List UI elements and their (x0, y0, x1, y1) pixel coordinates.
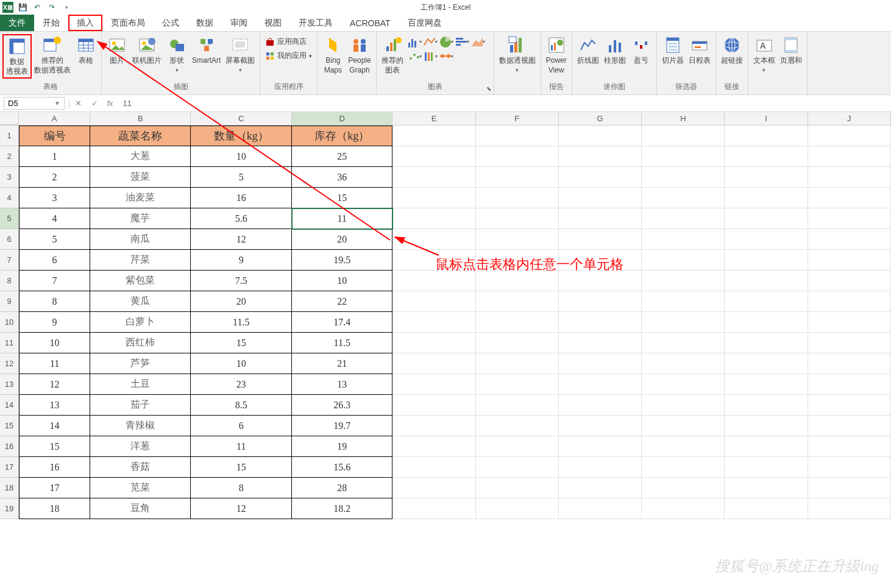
name-box[interactable]: D5 ▼ (4, 97, 65, 110)
cell-B14[interactable]: 茄子 (90, 395, 191, 416)
cell-J11[interactable] (808, 333, 891, 353)
cell-J14[interactable] (808, 395, 891, 416)
cell-B3[interactable]: 菠菜 (90, 167, 191, 188)
cell-G9[interactable] (559, 291, 642, 312)
cell-H8[interactable] (642, 271, 725, 291)
cell-I8[interactable] (725, 271, 808, 291)
row-header-1[interactable]: 1 (0, 126, 19, 146)
cell-E6[interactable] (392, 229, 475, 250)
tab-审阅[interactable]: 审阅 (222, 15, 256, 31)
cell-H12[interactable] (642, 353, 725, 374)
cell-F4[interactable] (476, 188, 559, 208)
cell-B9[interactable]: 黄瓜 (90, 291, 191, 312)
cell-J4[interactable] (808, 188, 891, 208)
cell-H3[interactable] (642, 167, 725, 188)
cell-I12[interactable] (725, 353, 808, 374)
cell-C8[interactable]: 7.5 (191, 271, 291, 291)
cell-B5[interactable]: 魔芋 (90, 208, 191, 229)
chart-type-6[interactable]: ▾ (422, 49, 438, 63)
qat-save-icon[interactable]: 💾 (17, 2, 28, 13)
cell-G14[interactable] (559, 395, 642, 416)
tab-数据[interactable]: 数据 (188, 15, 222, 31)
cell-D3[interactable]: 36 (292, 167, 392, 188)
cell-D13[interactable]: 13 (292, 374, 392, 395)
cell-G16[interactable] (559, 436, 642, 457)
recommended-pivot-button[interactable]: 推荐的 数据透视表 (32, 34, 73, 76)
cell-G11[interactable] (559, 333, 642, 353)
column-header-J[interactable]: J (808, 112, 891, 125)
cell-D8[interactable]: 10 (292, 271, 392, 291)
row-header-11[interactable]: 11 (0, 333, 19, 353)
chart-type-0[interactable]: ▾ (406, 34, 422, 49)
cell-A16[interactable]: 15 (19, 436, 90, 457)
row-header-3[interactable]: 3 (0, 167, 19, 188)
cell-D7[interactable]: 19.5 (292, 250, 392, 271)
cell-B19[interactable]: 豆角 (90, 498, 191, 519)
row-header-18[interactable]: 18 (0, 478, 19, 498)
cell-A17[interactable]: 16 (19, 457, 90, 478)
cell-C6[interactable]: 12 (191, 229, 291, 250)
cell-C2[interactable]: 10 (191, 146, 291, 167)
hyperlink-button[interactable]: 超链接 (719, 34, 745, 67)
cancel-icon[interactable]: ✕ (70, 99, 87, 108)
cell-I4[interactable] (725, 188, 808, 208)
cell-J10[interactable] (808, 312, 891, 333)
cell-E3[interactable] (392, 167, 475, 188)
cell-B7[interactable]: 芹菜 (90, 250, 191, 271)
cell-H4[interactable] (642, 188, 725, 208)
cell-H2[interactable] (642, 146, 725, 167)
cell-C5[interactable]: 5.6 (191, 208, 291, 229)
my-apps-button[interactable]: 我的应用 ▾ (264, 49, 313, 62)
cell-D5[interactable]: 11 (292, 208, 392, 229)
cell-F7[interactable] (476, 250, 559, 271)
tab-开发工具[interactable]: 开发工具 (290, 15, 341, 31)
cell-F14[interactable] (476, 395, 559, 416)
cell-D2[interactable]: 25 (292, 146, 392, 167)
table-button[interactable]: 表格 (73, 34, 99, 67)
cell-G2[interactable] (559, 146, 642, 167)
cell-A2[interactable]: 1 (19, 146, 90, 167)
cell-I16[interactable] (725, 436, 808, 457)
cell-A14[interactable]: 13 (19, 395, 90, 416)
sparkline-column-button[interactable]: 柱形图 (602, 34, 628, 67)
cell-F1[interactable] (476, 126, 559, 146)
cell-A11[interactable]: 10 (19, 333, 90, 353)
cell-G19[interactable] (559, 498, 642, 519)
cell-H6[interactable] (642, 229, 725, 250)
cell-A1[interactable]: 编号 (19, 126, 90, 146)
cell-E10[interactable] (392, 312, 475, 333)
cell-B1[interactable]: 蔬菜名称 (90, 126, 191, 146)
cell-B13[interactable]: 土豆 (90, 374, 191, 395)
cell-J7[interactable] (808, 250, 891, 271)
cell-H11[interactable] (642, 333, 725, 353)
bing-maps-button[interactable]: Bing Maps (320, 34, 346, 76)
cell-J2[interactable] (808, 146, 891, 167)
recommended-charts-button[interactable]: 推荐的 图表 (379, 34, 406, 76)
cell-C4[interactable]: 16 (191, 188, 291, 208)
cell-A9[interactable]: 8 (19, 291, 90, 312)
qat-undo-icon[interactable]: ↶ (32, 2, 43, 13)
cell-C18[interactable]: 8 (191, 478, 291, 498)
dialog-launcher-icon[interactable]: ⬊ (486, 85, 491, 92)
cell-B11[interactable]: 西红柿 (90, 333, 191, 353)
cell-A4[interactable]: 3 (19, 188, 90, 208)
sparkline-winloss-button[interactable]: 盈亏 (628, 34, 654, 67)
textbox-button[interactable]: A文本框▾ (751, 34, 778, 74)
row-header-5[interactable]: 5 (0, 208, 19, 229)
cell-H14[interactable] (642, 395, 725, 416)
slicer-button[interactable]: 切片器 (659, 34, 686, 67)
cell-D1[interactable]: 库存（kg） (292, 126, 392, 146)
cell-J13[interactable] (808, 374, 891, 395)
cell-G15[interactable] (559, 416, 642, 436)
cell-C13[interactable]: 23 (191, 374, 291, 395)
cell-J5[interactable] (808, 208, 891, 229)
cell-H16[interactable] (642, 436, 725, 457)
cell-J15[interactable] (808, 416, 891, 436)
cell-C1[interactable]: 数量（kg） (191, 126, 291, 146)
cell-B17[interactable]: 香菇 (90, 457, 191, 478)
cell-D10[interactable]: 17.4 (292, 312, 392, 333)
row-header-17[interactable]: 17 (0, 457, 19, 478)
row-header-8[interactable]: 8 (0, 271, 19, 291)
cell-C3[interactable]: 5 (191, 167, 291, 188)
row-header-14[interactable]: 14 (0, 395, 19, 416)
